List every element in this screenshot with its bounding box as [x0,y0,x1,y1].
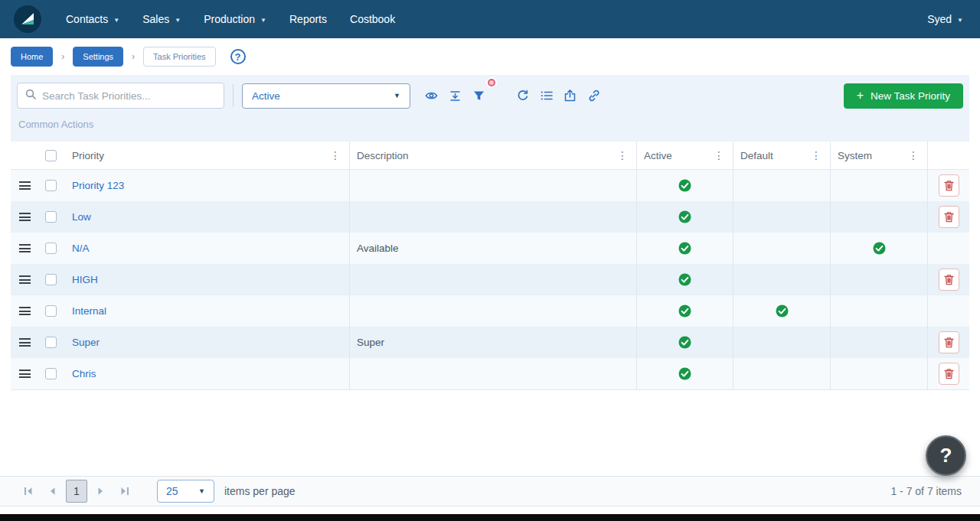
breadcrumb-help-icon[interactable]: ? [230,49,246,64]
delete-button[interactable] [939,174,959,197]
checkbox-cell [38,201,65,233]
table-row: HIGH [11,264,969,295]
row-checkbox[interactable] [45,211,57,223]
active-check-icon [678,179,691,192]
row-checkbox[interactable] [45,243,57,254]
delete-button[interactable] [939,206,959,228]
row-checkbox[interactable] [45,274,57,285]
chevron-down-icon: ▼ [260,17,266,24]
priority-link[interactable]: Low [72,211,91,223]
nav-item-sales[interactable]: Sales ▼ [142,13,181,25]
chevron-down-icon: ▼ [198,487,205,495]
drag-handle-icon[interactable] [19,275,31,284]
priority-link[interactable]: N/A [72,243,90,254]
common-actions-toggle[interactable]: Common Actions [17,109,963,142]
drag-cell [11,170,38,201]
drag-cell [11,264,38,295]
column-header-description[interactable]: Description ⋮ [350,142,637,169]
drag-handle-icon[interactable] [19,370,31,378]
drag-handle-icon[interactable] [19,338,31,347]
active-check-icon [678,242,691,255]
description-cell [350,358,637,389]
delete-button[interactable] [939,269,959,291]
priority-cell: Chris [65,358,350,389]
system-cell [831,264,928,295]
next-page-button[interactable] [91,481,111,501]
breadcrumb-home-button[interactable]: Home [11,47,53,67]
chevron-down-icon: ▼ [175,17,181,24]
column-menu-icon[interactable]: ⋮ [809,149,823,161]
column-header-system[interactable]: System ⋮ [831,142,928,169]
column-menu-icon[interactable]: ⋮ [906,149,920,161]
column-header-default[interactable]: Default ⋮ [733,142,831,169]
column-menu-icon[interactable]: ⋮ [616,149,629,161]
nav-item-costbook[interactable]: Costbook [350,13,395,25]
chevron-down-icon: ▼ [113,17,119,24]
breadcrumb-settings-button[interactable]: Settings [73,47,123,67]
export-icon[interactable] [558,84,582,108]
actions-column-header [928,142,969,169]
row-checkbox[interactable] [45,180,57,191]
previous-page-button[interactable] [42,481,62,501]
search-input[interactable] [42,90,216,102]
default-check-icon [776,304,789,317]
priority-link[interactable]: Chris [72,368,96,379]
column-header-label: Default [740,150,773,161]
delete-button[interactable] [939,363,959,385]
row-checkbox[interactable] [45,305,57,317]
nav-item-contacts[interactable]: Contacts ▼ [66,13,119,25]
column-header-active[interactable]: Active ⋮ [637,142,733,169]
drag-handle-icon[interactable] [19,307,31,315]
priority-link[interactable]: Internal [72,305,106,317]
table-row: Super Super [11,327,969,358]
filter-active-badge [488,79,495,86]
drag-handle-icon[interactable] [19,181,31,190]
system-cell [831,233,928,264]
table-row: Chris [11,358,969,389]
priority-link[interactable]: HIGH [72,274,98,285]
default-cell [733,264,831,295]
priority-cell: Low [65,201,350,233]
column-header-priority[interactable]: Priority ⋮ [65,142,350,169]
delete-button[interactable] [939,331,959,353]
table-row: Internal [11,295,969,327]
row-checkbox[interactable] [45,337,57,348]
drag-cell [11,327,38,358]
description-cell [350,170,637,201]
help-fab-button[interactable]: ? [926,435,966,476]
status-filter-value: Active [252,90,280,102]
drag-handle-icon[interactable] [19,244,31,252]
app-logo-icon[interactable] [14,5,41,33]
priority-link[interactable]: Super [72,337,100,348]
user-menu[interactable]: Syed ▼ [927,13,963,25]
column-menu-icon[interactable]: ⋮ [712,149,726,161]
refresh-icon[interactable] [511,84,534,108]
list-icon[interactable] [534,84,558,108]
column-menu-icon[interactable]: ⋮ [328,149,342,161]
default-cell [733,295,831,327]
page-size-dropdown[interactable]: 25 ▼ [157,480,214,503]
nav-item-reports[interactable]: Reports [289,13,327,25]
nav-label: Contacts [66,13,108,25]
eye-icon[interactable] [420,84,443,108]
table-row: Low [11,201,969,233]
delete-cell [928,358,969,389]
system-cell [831,295,928,327]
new-task-priority-button[interactable]: + New Task Priority [844,83,963,109]
filter-icon[interactable] [467,84,491,108]
link-icon[interactable] [582,84,606,108]
last-page-button[interactable] [115,481,135,501]
select-all-checkbox[interactable] [45,150,57,161]
toolbar-area: Active ▼ [11,75,969,142]
first-page-button[interactable] [18,481,38,501]
row-checkbox[interactable] [45,368,57,379]
page-size-value: 25 [166,485,178,497]
drag-handle-icon[interactable] [19,213,31,221]
insert-row-icon[interactable] [443,84,467,108]
nav-item-production[interactable]: Production ▼ [204,13,266,25]
priority-cell: Super [65,327,350,358]
current-page[interactable]: 1 [66,480,87,503]
priority-link[interactable]: Priority 123 [72,180,124,191]
chevron-down-icon: ▼ [394,92,400,99]
status-filter-dropdown[interactable]: Active ▼ [242,83,410,109]
